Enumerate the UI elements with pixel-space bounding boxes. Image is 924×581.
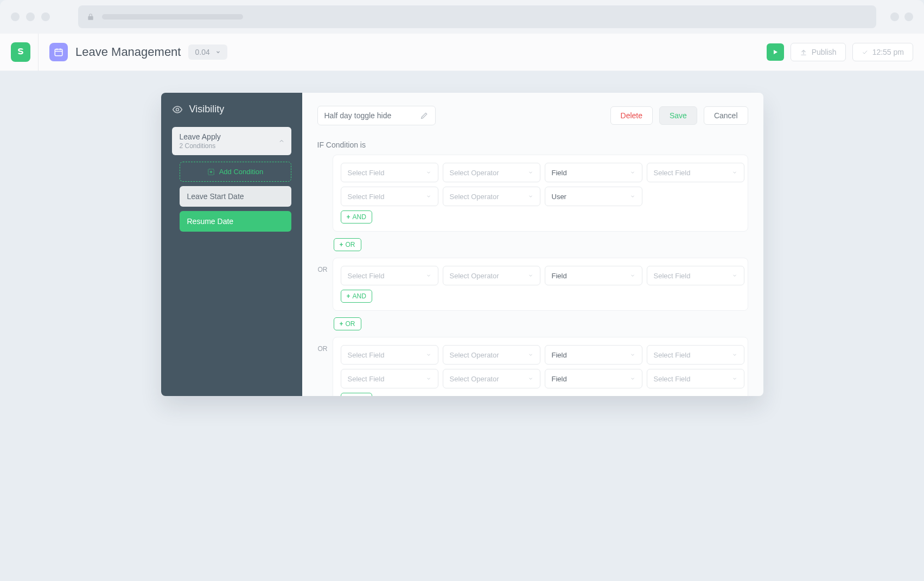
- edit-icon[interactable]: [420, 111, 429, 120]
- condition-row: Select FieldSelect OperatorFieldSelect F…: [341, 163, 740, 182]
- delete-label: Delete: [621, 111, 642, 120]
- chevron-down-icon: [528, 170, 533, 175]
- window-dot: [41, 12, 50, 21]
- select-placeholder[interactable]: Select Operator: [443, 345, 540, 365]
- chevron-down-icon: [426, 273, 431, 278]
- select-placeholder[interactable]: Select Operator: [443, 369, 540, 388]
- chevron-down-icon: [528, 376, 533, 381]
- time-display: 12:55 pm: [852, 43, 913, 61]
- browser-action-dot: [904, 12, 913, 21]
- version-select[interactable]: 0.04: [188, 44, 227, 60]
- rule-name-value: Half day toggle hide: [324, 111, 392, 120]
- time-value: 12:55 pm: [872, 48, 904, 56]
- check-icon: [862, 49, 868, 55]
- svg-rect-0: [55, 49, 62, 56]
- select-placeholder[interactable]: Select Operator: [443, 266, 540, 285]
- save-button[interactable]: Save: [659, 106, 697, 125]
- visibility-editor-card: Visibility Leave Apply 2 Conditions Add …: [161, 93, 763, 396]
- select-placeholder[interactable]: Select Field: [341, 266, 438, 285]
- chevron-down-icon: [630, 194, 635, 199]
- add-and-button[interactable]: +AND: [341, 210, 372, 224]
- select-value[interactable]: Field: [545, 266, 642, 285]
- chevron-up-icon: [278, 138, 285, 144]
- chevron-down-icon: [426, 170, 431, 175]
- logo-icon: [16, 47, 26, 57]
- chevron-down-icon: [630, 352, 635, 357]
- select-placeholder[interactable]: Select Operator: [443, 187, 540, 206]
- select-placeholder[interactable]: Select Field: [647, 345, 744, 365]
- url-bar[interactable]: [78, 5, 876, 28]
- or-badge: OR: [318, 345, 328, 353]
- condition-row: Select FieldSelect OperatorFieldSelect F…: [341, 345, 740, 365]
- upload-icon: [800, 48, 807, 56]
- select-value[interactable]: User: [545, 187, 642, 206]
- delete-button[interactable]: Delete: [610, 106, 653, 125]
- select-placeholder[interactable]: Select Field: [341, 163, 438, 182]
- if-condition-label: IF Condition is: [317, 141, 748, 149]
- condition-block: ORSelect FieldSelect OperatorFieldSelect…: [333, 258, 748, 311]
- chevron-down-icon: [732, 273, 737, 278]
- chevron-down-icon: [528, 352, 533, 357]
- chevron-down-icon: [630, 273, 635, 278]
- add-or-button[interactable]: +OR: [334, 317, 361, 330]
- lock-icon: [87, 13, 94, 21]
- condition-block: ORSelect FieldSelect OperatorFieldSelect…: [333, 337, 748, 396]
- save-label: Save: [670, 111, 687, 120]
- browser-chrome: [0, 0, 924, 34]
- group-count: 2 Conditions: [180, 142, 284, 150]
- play-icon: [772, 49, 779, 55]
- play-button[interactable]: [767, 43, 784, 61]
- publish-button[interactable]: Publish: [791, 43, 846, 61]
- publish-label: Publish: [812, 48, 837, 56]
- chevron-down-icon: [426, 194, 431, 199]
- visibility-sidebar: Visibility Leave Apply 2 Conditions Add …: [161, 93, 302, 396]
- cancel-button[interactable]: Cancel: [704, 106, 748, 125]
- condition-block: Select FieldSelect OperatorFieldSelect F…: [333, 155, 748, 232]
- rule-editor-content: Half day toggle hide Delete Save Cancel …: [302, 93, 763, 396]
- rule-name-field[interactable]: Half day toggle hide: [317, 106, 436, 125]
- condition-group[interactable]: Leave Apply 2 Conditions: [172, 127, 291, 155]
- select-value[interactable]: Field: [545, 369, 642, 388]
- chevron-down-icon: [528, 194, 533, 199]
- chevron-down-icon: [426, 376, 431, 381]
- sidebar-condition-item[interactable]: Resume Date: [180, 211, 291, 232]
- divider: [38, 34, 39, 71]
- add-condition-label: Add Condition: [219, 168, 264, 176]
- condition-row: Select FieldSelect OperatorFieldSelect F…: [341, 266, 740, 285]
- calendar-icon: [54, 47, 63, 57]
- app-logo[interactable]: [11, 42, 30, 62]
- chevron-down-icon: [630, 170, 635, 175]
- svg-marker-4: [774, 50, 778, 54]
- select-placeholder[interactable]: Select Field: [647, 163, 744, 182]
- select-value[interactable]: Field: [545, 163, 642, 182]
- condition-row: Select FieldSelect OperatorUser: [341, 187, 740, 206]
- chevron-down-icon: [732, 352, 737, 357]
- svg-point-5: [176, 108, 179, 111]
- url-placeholder: [102, 14, 243, 20]
- app-header: Leave Management 0.04 Publish 12:55 pm: [0, 34, 924, 71]
- add-or-button[interactable]: +OR: [334, 238, 361, 251]
- select-placeholder[interactable]: Select Field: [647, 369, 744, 388]
- window-dot: [26, 12, 35, 21]
- add-condition-button[interactable]: Add Condition: [180, 162, 291, 182]
- select-value[interactable]: Field: [545, 345, 642, 365]
- select-placeholder[interactable]: Select Field: [341, 187, 438, 206]
- plus-dashed-icon: [207, 168, 215, 176]
- select-placeholder[interactable]: Select Field: [341, 345, 438, 365]
- module-icon-badge[interactable]: [49, 43, 68, 61]
- version-value: 0.04: [195, 48, 209, 56]
- select-placeholder[interactable]: Select Field: [341, 369, 438, 388]
- chevron-down-icon: [426, 352, 431, 357]
- select-placeholder[interactable]: Select Operator: [443, 163, 540, 182]
- select-placeholder[interactable]: Select Field: [647, 266, 744, 285]
- sidebar-condition-item[interactable]: Leave Start Date: [180, 186, 291, 207]
- add-and-button[interactable]: +AND: [341, 290, 372, 303]
- or-badge: OR: [318, 266, 328, 273]
- add-and-button[interactable]: +AND: [341, 393, 372, 396]
- eye-icon: [172, 104, 183, 115]
- chevron-down-icon: [528, 273, 533, 278]
- cancel-label: Cancel: [714, 111, 738, 120]
- condition-row: Select FieldSelect OperatorFieldSelect F…: [341, 369, 740, 388]
- chevron-down-icon: [630, 376, 635, 381]
- page-title: Leave Management: [75, 45, 181, 59]
